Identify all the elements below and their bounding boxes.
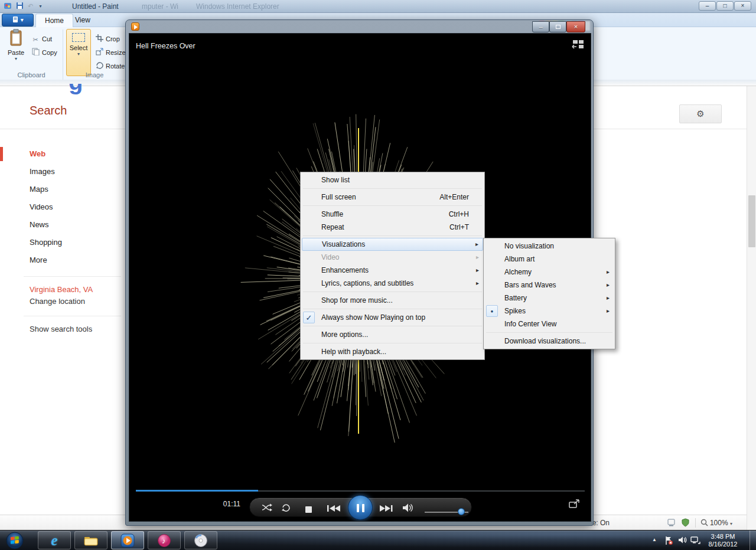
- mute-button[interactable]: [403, 503, 415, 515]
- resize-button[interactable]: Resize: [94, 47, 126, 58]
- action-center-flag-icon[interactable]: [664, 536, 673, 548]
- crop-button[interactable]: Crop: [94, 33, 120, 45]
- protected-shield-icon[interactable]: [681, 518, 690, 527]
- qat-dropdown-icon[interactable]: ▾: [36, 2, 45, 11]
- sidebar-item-maps[interactable]: Maps: [0, 181, 125, 198]
- taskbar-wmp-button[interactable]: [111, 531, 144, 549]
- previous-button[interactable]: [327, 504, 341, 515]
- switch-to-library-icon[interactable]: [571, 40, 584, 53]
- paint-app-icon[interactable]: [3, 2, 12, 11]
- shuffle-button[interactable]: [262, 503, 273, 515]
- menu-item-label: Battery: [504, 294, 527, 302]
- select-button[interactable]: Select ▾: [66, 29, 91, 76]
- menu-item-label: No visualization: [504, 242, 554, 250]
- menu-separator: [303, 235, 482, 236]
- menu-item-full-screen[interactable]: Full screenAlt+Enter: [302, 191, 483, 204]
- taskbar-explorer-button[interactable]: [74, 531, 107, 549]
- submenu-item-alchemy[interactable]: Alchemy▸: [485, 266, 614, 279]
- scrollbar-thumb[interactable]: [748, 195, 755, 247]
- submenu-item-download-visualizations[interactable]: Download visualizations...: [485, 335, 614, 348]
- copy-button[interactable]: Copy: [31, 47, 57, 58]
- taskbar-disc-button[interactable]: [184, 531, 217, 549]
- compatibility-view-icon[interactable]: [667, 518, 676, 527]
- menu-item-video[interactable]: Video▸: [302, 251, 483, 264]
- disc-icon: [194, 533, 208, 548]
- taskbar-ie-button[interactable]: e: [38, 531, 71, 549]
- radio-selected-icon: ●: [486, 305, 498, 317]
- sidebar-item-shopping[interactable]: Shopping: [0, 234, 125, 251]
- switch-now-playing-icon[interactable]: [569, 499, 581, 511]
- crop-label: Crop: [106, 35, 120, 42]
- undo-icon[interactable]: ↶: [26, 2, 35, 11]
- sidebar-item-images[interactable]: Images: [0, 163, 125, 181]
- paste-button[interactable]: Paste ▾: [4, 29, 28, 76]
- menu-item-label: Alchemy: [504, 268, 532, 276]
- change-location-link[interactable]: Change location: [30, 297, 85, 306]
- save-icon[interactable]: [15, 2, 24, 11]
- next-button[interactable]: [379, 504, 393, 515]
- submenu-item-no-visualization[interactable]: No visualization: [485, 240, 614, 253]
- submenu-item-album-art[interactable]: Album art: [485, 253, 614, 266]
- menu-item-lyrics-captions-subtitles[interactable]: Lyrics, captions, and subtitles▸: [302, 277, 483, 290]
- maximize-button[interactable]: □: [716, 1, 734, 11]
- browser-scrollbar[interactable]: [747, 86, 756, 530]
- taskbar-media-pink-button[interactable]: ♪: [148, 531, 181, 549]
- wmp-icon: [120, 533, 135, 548]
- menu-item-show-list[interactable]: Show list: [302, 173, 483, 186]
- sidebar-item-web[interactable]: Web: [0, 145, 125, 163]
- paint-titlebar: ↶ ▾ Untitled - Paint mputer - Wi Windows…: [0, 0, 756, 13]
- show-search-tools-link[interactable]: Show search tools: [30, 325, 92, 333]
- restore-button[interactable]: [549, 21, 566, 32]
- paste-dropdown-icon: ▾: [4, 56, 28, 61]
- stop-button[interactable]: [305, 505, 312, 515]
- search-page-heading: Search: [30, 104, 67, 117]
- pause-button[interactable]: [348, 495, 373, 520]
- submenu-arrow-icon: ▸: [607, 292, 610, 305]
- sidebar-item-news[interactable]: News: [0, 216, 125, 234]
- menu-item-visualizations[interactable]: Visualizations▸: [302, 238, 483, 251]
- zoom-control[interactable]: 100% ▾: [695, 518, 732, 528]
- taskbar-clock[interactable]: 3:48 PM 8/16/2012: [704, 533, 742, 548]
- cut-button[interactable]: ✂Cut: [31, 33, 52, 45]
- rotate-button[interactable]: Rotate: [94, 60, 125, 72]
- submenu-item-bars-and-waves[interactable]: Bars and Waves▸: [485, 279, 614, 292]
- menu-item-enhancements[interactable]: Enhancements▸: [302, 264, 483, 277]
- volume-tray-icon[interactable]: [678, 536, 687, 546]
- sidebar-item-label: Shopping: [30, 238, 62, 247]
- menu-separator: [303, 188, 482, 189]
- minimize-button[interactable]: –: [532, 21, 549, 32]
- submenu-item-spikes[interactable]: ●Spikes▸: [485, 305, 614, 317]
- submenu-arrow-icon: ▸: [475, 238, 478, 250]
- repeat-button[interactable]: [281, 503, 291, 515]
- sidebar-item-videos[interactable]: Videos: [0, 198, 125, 216]
- location-name: Virginia Beach, VA: [30, 285, 93, 294]
- sidebar-divider: [24, 276, 121, 277]
- menu-item-repeat[interactable]: RepeatCtrl+T: [302, 221, 483, 234]
- paint-file-menu-button[interactable]: ▾: [2, 14, 34, 27]
- show-hidden-icons-button[interactable]: ▲: [652, 537, 657, 542]
- minimize-button[interactable]: –: [699, 1, 716, 11]
- menu-item-help-with-playback[interactable]: Help with playback...: [302, 345, 483, 358]
- menu-item-always-show-now-playing-on-top[interactable]: ✓Always show Now Playing on top: [302, 311, 483, 324]
- menu-item-shop-for-more-music[interactable]: Shop for more music...: [302, 294, 483, 307]
- cut-label: Cut: [42, 35, 52, 42]
- start-button[interactable]: [6, 532, 24, 549]
- submenu-item-battery[interactable]: Battery▸: [485, 292, 614, 305]
- tab-view[interactable]: View: [66, 14, 99, 27]
- menu-separator: [303, 343, 482, 343]
- cut-icon: ✂: [31, 34, 40, 45]
- sidebar-divider: [24, 316, 121, 316]
- show-desktop-button[interactable]: [750, 531, 756, 550]
- volume-slider-handle[interactable]: [458, 508, 465, 515]
- search-settings-button[interactable]: ⚙: [679, 104, 722, 123]
- close-button[interactable]: ×: [566, 21, 585, 32]
- clock-date: 8/16/2012: [709, 541, 738, 548]
- menu-item-more-options[interactable]: More options...: [302, 328, 483, 341]
- close-button[interactable]: ×: [734, 1, 751, 11]
- network-tray-icon[interactable]: [690, 536, 700, 547]
- playback-controls: [249, 497, 472, 517]
- submenu-item-info-center-view[interactable]: Info Center View: [485, 317, 614, 330]
- menu-item-shuffle[interactable]: ShuffleCtrl+H: [302, 208, 483, 221]
- sidebar-item-more[interactable]: More: [0, 251, 125, 269]
- ghost-window-title: mputer - Wi: [142, 2, 178, 11]
